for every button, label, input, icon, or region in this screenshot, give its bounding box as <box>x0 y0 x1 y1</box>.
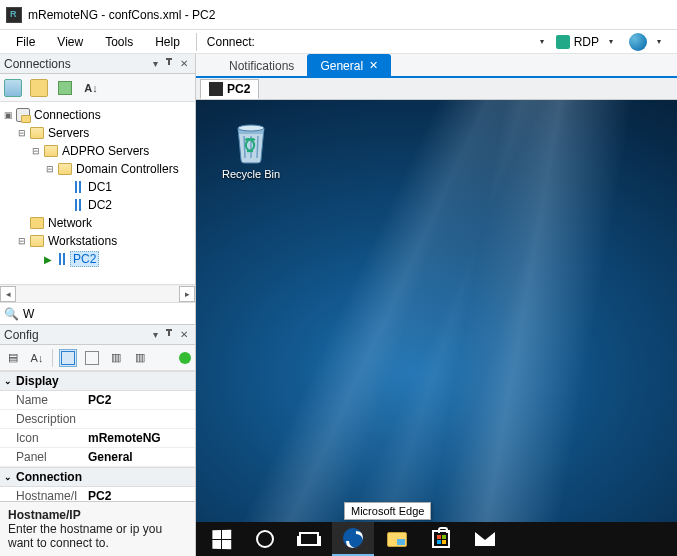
search-icon: 🔍 <box>4 307 19 321</box>
session-icon <box>209 82 223 96</box>
prop-panel-label: Panel <box>0 448 84 466</box>
taskbar-tooltip: Microsoft Edge <box>344 502 431 520</box>
connections-tree[interactable]: ▣Connections ⊟Servers ⊟ADPRO Servers ⊟Do… <box>0 102 195 284</box>
desktop-icon-recycle-bin[interactable]: Recycle Bin <box>214 118 288 180</box>
close-icon[interactable]: ✕ <box>177 58 191 69</box>
prop-name-value[interactable]: PC2 <box>84 391 195 409</box>
connections-toolbar: A↓ <box>0 74 195 102</box>
tree-workstations[interactable]: Workstations <box>46 234 119 248</box>
tree-network[interactable]: Network <box>46 216 94 230</box>
tree-root[interactable]: Connections <box>32 108 103 122</box>
tree-dc2[interactable]: DC2 <box>86 198 114 212</box>
external-tools-dropdown[interactable]: ▾ <box>625 33 671 51</box>
mail-icon <box>475 532 495 546</box>
tree-hscrollbar[interactable]: ◂ ▸ <box>0 284 195 302</box>
tree-domain-controllers[interactable]: Domain Controllers <box>74 162 181 176</box>
connections-panel-title: Connections <box>4 57 150 71</box>
prop-group-connection[interactable]: ⌄Connection <box>0 467 195 487</box>
sort-button[interactable]: A↓ <box>82 79 100 97</box>
menubar: File View Tools Help Connect: ▾ RDP ▾ ▾ <box>0 30 677 54</box>
tree-servers[interactable]: Servers <box>46 126 91 140</box>
remote-desktop-view[interactable]: Recycle Bin Microsoft Edge <box>196 100 677 556</box>
menu-view[interactable]: View <box>47 32 93 52</box>
folder-icon <box>30 217 44 229</box>
scroll-right-icon[interactable]: ▸ <box>179 286 195 302</box>
prop-hostname-value[interactable]: PC2 <box>84 487 195 501</box>
connections-panel-header: Connections ▾ ✕ <box>0 54 195 74</box>
panel-menu-icon[interactable]: ▾ <box>150 58 161 69</box>
start-button[interactable] <box>200 522 242 556</box>
folder-icon <box>30 127 44 139</box>
cfg-default-properties-button[interactable]: ▥ <box>107 349 125 367</box>
search-input[interactable] <box>23 307 191 321</box>
cortana-icon <box>256 530 274 548</box>
panel-menu-icon[interactable]: ▾ <box>150 329 161 340</box>
rdp-icon <box>556 35 570 49</box>
tab-notifications[interactable]: Notifications <box>216 54 307 76</box>
help-body: Enter the hostname or ip you want to con… <box>8 522 187 550</box>
cfg-status-icon[interactable] <box>179 352 191 364</box>
task-view-icon <box>299 532 319 546</box>
view-mode-button[interactable] <box>56 79 74 97</box>
taskbar-edge[interactable] <box>332 522 374 556</box>
prop-icon-value[interactable]: mRemoteNG <box>84 429 195 447</box>
taskbar-mail[interactable] <box>464 522 506 556</box>
connection-icon <box>72 198 84 212</box>
menu-tools[interactable]: Tools <box>95 32 143 52</box>
prop-name-label: Name <box>0 391 84 409</box>
taskbar-explorer[interactable] <box>376 522 418 556</box>
protocol-selector[interactable]: RDP ▾ <box>552 35 623 49</box>
pin-icon[interactable] <box>161 58 177 70</box>
connection-icon <box>56 252 68 266</box>
svg-point-0 <box>238 125 264 131</box>
connection-icon <box>72 180 84 194</box>
windows-icon <box>212 529 231 549</box>
menu-file[interactable]: File <box>6 32 45 52</box>
tree-adpro[interactable]: ADPRO Servers <box>60 144 151 158</box>
edge-icon <box>343 528 363 548</box>
connect-label: Connect: <box>203 32 259 52</box>
cortana-button[interactable] <box>244 522 286 556</box>
close-icon[interactable]: ✕ <box>177 329 191 340</box>
chevron-down-icon: ▾ <box>603 37 619 46</box>
menu-help[interactable]: Help <box>145 32 190 52</box>
remote-taskbar <box>196 522 677 556</box>
play-icon: ▶ <box>44 254 52 265</box>
titlebar: mRemoteNG - confCons.xml - PC2 <box>0 0 677 30</box>
window-title: mRemoteNG - confCons.xml - PC2 <box>28 8 215 22</box>
close-icon[interactable]: ✕ <box>369 59 378 72</box>
store-icon <box>432 530 450 548</box>
tab-general[interactable]: General✕ <box>307 54 391 76</box>
help-title: Hostname/IP <box>8 508 187 522</box>
main-tabstrip: Notifications General✕ <box>196 54 677 78</box>
property-help: Hostname/IP Enter the hostname or ip you… <box>0 501 195 556</box>
prop-group-display[interactable]: ⌄Display <box>0 371 195 391</box>
prop-description-label: Description <box>0 410 84 428</box>
pin-icon[interactable] <box>161 329 177 341</box>
cfg-categorized-button[interactable]: ▤ <box>4 349 22 367</box>
prop-hostname-label: Hostname/I <box>0 487 84 501</box>
file-explorer-icon <box>387 532 407 547</box>
prop-description-value[interactable] <box>84 410 195 428</box>
quick-connect-dropdown[interactable]: ▾ <box>534 37 550 46</box>
scroll-left-icon[interactable]: ◂ <box>0 286 16 302</box>
task-view-button[interactable] <box>288 522 330 556</box>
new-connection-button[interactable] <box>4 79 22 97</box>
chevron-down-icon: ⌄ <box>4 472 12 482</box>
session-tab-pc2[interactable]: PC2 <box>200 79 259 99</box>
cfg-properties-button[interactable] <box>59 349 77 367</box>
taskbar-store[interactable] <box>420 522 462 556</box>
tree-pc2[interactable]: PC2 <box>70 251 99 267</box>
new-folder-button[interactable] <box>30 79 48 97</box>
connections-root-icon <box>16 108 30 122</box>
chevron-down-icon: ▾ <box>651 37 667 46</box>
cfg-inheritance-button[interactable] <box>83 349 101 367</box>
tree-search: 🔍 <box>0 302 195 324</box>
cfg-sort-button[interactable]: A↓ <box>28 349 46 367</box>
folder-icon <box>44 145 58 157</box>
cfg-default-inheritance-button[interactable]: ▥ <box>131 349 149 367</box>
recycle-bin-icon <box>230 118 272 164</box>
prop-panel-value[interactable]: General <box>84 448 195 466</box>
tree-dc1[interactable]: DC1 <box>86 180 114 194</box>
properties-grid[interactable]: ⌄Display NamePC2 Description IconmRemote… <box>0 371 195 501</box>
